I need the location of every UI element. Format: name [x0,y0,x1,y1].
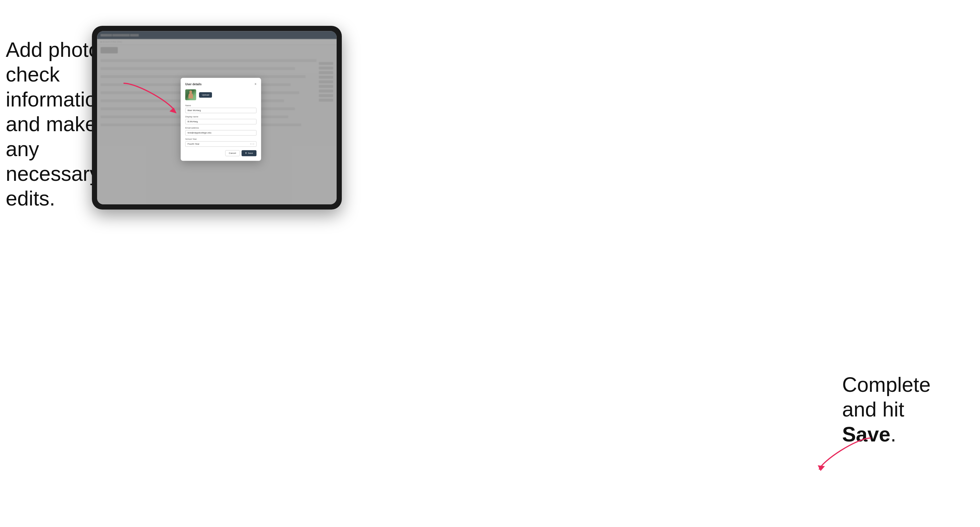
name-input[interactable] [185,108,256,113]
display-name-label: Display name [185,115,256,118]
user-details-modal: User details × Upload Name Display name … [181,78,261,161]
modal-footer: Cancel ⬆ Save [185,150,256,156]
upload-photo-button[interactable]: Upload [199,92,212,98]
tablet-screen: ████████ ████████████ ██████ ▶ Account o… [97,31,337,204]
left-arrow [118,80,181,115]
modal-header: User details × [185,83,256,86]
school-year-label: School Year [185,138,256,140]
save-button-label: Save [248,152,253,154]
display-name-field: Display name [185,115,256,124]
modal-title: User details [185,83,202,86]
save-button[interactable]: ⬆ Save [242,150,256,156]
school-year-value: Fourth Year [188,143,199,145]
email-input[interactable] [185,130,256,135]
school-year-select[interactable]: Fourth Year × ⬡ [185,141,256,147]
select-clear-icon[interactable]: × [250,143,251,145]
email-field: Email address [185,127,256,135]
display-name-input[interactable] [185,119,256,124]
name-label: Name [185,104,256,107]
right-arrow [813,435,877,473]
svg-marker-0 [169,108,177,113]
user-photo-thumbnail [185,89,196,100]
school-year-field: School Year Fourth Year × ⬡ [185,138,256,147]
email-label: Email address [185,127,256,129]
svg-marker-1 [818,465,825,471]
photo-upload-section: Upload [185,89,256,100]
save-icon: ⬆ [245,152,247,154]
select-arrows-icon: ⬡ [253,143,254,145]
modal-close-button[interactable]: × [255,83,256,86]
tablet-device: ████████ ████████████ ██████ ▶ Account o… [92,26,342,210]
cancel-button[interactable]: Cancel [225,150,240,156]
select-controls: × ⬡ [250,143,254,145]
name-field: Name [185,104,256,113]
